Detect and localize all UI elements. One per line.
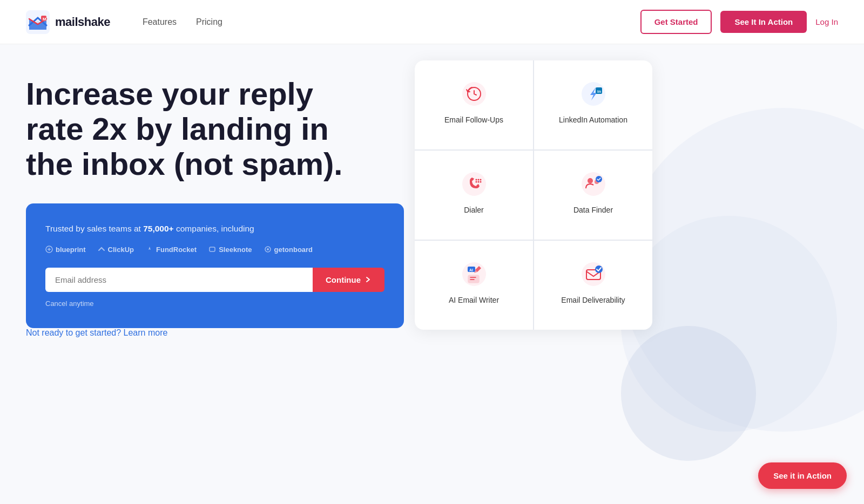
svg-text:M: M bbox=[43, 17, 46, 22]
brand-fundrocket: FundRocket bbox=[146, 246, 197, 254]
hero-headline: Increase your reply rate 2x by landing i… bbox=[26, 77, 350, 182]
floating-see-action-button[interactable]: See it in Action bbox=[758, 462, 847, 489]
feature-label-email-followups: Email Follow-Ups bbox=[444, 115, 503, 124]
svg-point-16 bbox=[475, 181, 477, 183]
svg-point-6 bbox=[267, 248, 269, 250]
cta-card: Trusted by sales teams at 75,000+ compan… bbox=[26, 203, 404, 328]
logo-text: mailshake bbox=[55, 15, 110, 29]
brand-getonboard: getonboard bbox=[264, 246, 313, 254]
nav-features[interactable]: Features bbox=[143, 17, 177, 27]
main-content: Increase your reply rate 2x by landing i… bbox=[0, 44, 864, 487]
brand-blueprint: blueprint bbox=[45, 246, 86, 254]
datafinder-icon bbox=[579, 170, 608, 198]
trusted-text: Trusted by sales teams at 75,000+ compan… bbox=[45, 224, 384, 234]
feature-label-dialer: Dialer bbox=[464, 206, 484, 214]
svg-point-20 bbox=[588, 178, 593, 183]
feature-label-deliverability: Email Deliverability bbox=[561, 296, 625, 304]
get-started-button[interactable]: Get Started bbox=[640, 10, 712, 34]
brand-logos: blueprint ClickUp FundRocket Sleeknote g… bbox=[45, 246, 384, 254]
linkedin-icon: in bbox=[579, 80, 608, 108]
brand-sleeknote: Sleeknote bbox=[208, 246, 252, 254]
see-it-in-action-button[interactable]: See It In Action bbox=[720, 11, 807, 33]
feature-card-deliverability[interactable]: Email Deliverability bbox=[534, 241, 652, 330]
right-panel: Email Follow-Ups in LinkedIn Automation bbox=[415, 44, 652, 487]
feature-grid: Email Follow-Ups in LinkedIn Automation bbox=[415, 60, 652, 330]
left-panel: Increase your reply rate 2x by landing i… bbox=[26, 44, 415, 487]
feature-card-ai-writer[interactable]: AI AI Email Writer bbox=[415, 241, 533, 330]
login-button[interactable]: Log In bbox=[815, 17, 838, 26]
nav-pricing[interactable]: Pricing bbox=[196, 17, 222, 27]
feature-label-data-finder: Data Finder bbox=[573, 206, 613, 214]
logo-icon: M bbox=[26, 10, 50, 34]
chevron-right-icon bbox=[364, 276, 372, 283]
dialer-icon bbox=[460, 170, 488, 198]
feature-card-linkedin[interactable]: in LinkedIn Automation bbox=[534, 60, 652, 149]
svg-text:in: in bbox=[597, 89, 601, 94]
svg-rect-24 bbox=[468, 275, 479, 283]
svg-text:AI: AI bbox=[469, 268, 473, 272]
feature-card-email-followups[interactable]: Email Follow-Ups bbox=[415, 60, 533, 149]
nav-actions: Get Started See It In Action Log In bbox=[640, 10, 838, 34]
feature-label-ai-writer: AI Email Writer bbox=[449, 296, 499, 304]
svg-point-13 bbox=[475, 179, 477, 181]
feature-card-dialer[interactable]: Dialer bbox=[415, 151, 533, 240]
email-form: Continue bbox=[45, 268, 384, 292]
svg-point-15 bbox=[480, 179, 481, 181]
svg-point-17 bbox=[477, 181, 479, 183]
navbar: M mailshake Features Pricing Get Started… bbox=[0, 0, 864, 44]
svg-point-14 bbox=[477, 179, 479, 181]
continue-button[interactable]: Continue bbox=[313, 268, 384, 292]
email-input[interactable] bbox=[45, 268, 313, 292]
feature-label-linkedin: LinkedIn Automation bbox=[559, 115, 627, 124]
svg-point-19 bbox=[582, 172, 605, 196]
svg-point-18 bbox=[480, 181, 481, 183]
cancel-text: Cancel anytime bbox=[45, 299, 384, 308]
deliverability-icon bbox=[579, 260, 608, 288]
followup-icon bbox=[460, 80, 488, 108]
nav-links: Features Pricing bbox=[143, 17, 222, 27]
svg-rect-4 bbox=[210, 247, 215, 251]
feature-card-data-finder[interactable]: Data Finder bbox=[534, 151, 652, 240]
learn-more-link[interactable]: Not ready to get started? Learn more bbox=[26, 328, 167, 337]
logo[interactable]: M mailshake bbox=[26, 10, 110, 34]
ai-writer-icon: AI bbox=[460, 260, 488, 288]
brand-clickup: ClickUp bbox=[98, 246, 134, 254]
svg-point-12 bbox=[462, 172, 486, 196]
svg-point-27 bbox=[582, 262, 605, 286]
